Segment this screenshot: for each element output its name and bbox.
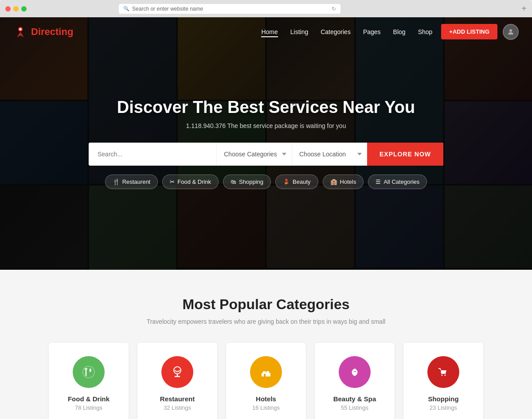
category-tags: 🍴 Restaurent ✂ Food & Drink 🛍 Shopping 💄…	[89, 175, 443, 189]
logo-text: Directing	[31, 26, 73, 38]
hotels-label: Hotels	[340, 178, 356, 185]
nav-shop[interactable]: Shop	[418, 28, 433, 35]
search-input[interactable]	[89, 143, 216, 166]
browser-dots	[5, 6, 27, 12]
beauty-card-name: Beauty & Spa	[324, 395, 386, 403]
tag-hotels[interactable]: 🏨 Hotels	[323, 175, 364, 189]
section-subtitle: Travelocity empowers travelers who are g…	[18, 318, 514, 325]
logo[interactable]: Directing	[13, 25, 73, 39]
restaurent-icon: 🍴	[113, 178, 120, 185]
beauty-icon: 💄	[283, 178, 290, 185]
logo-icon	[13, 25, 27, 39]
food-drink-circle-icon	[73, 356, 105, 388]
nav-home[interactable]: Home	[261, 28, 278, 37]
food-drink-label: Food & Drink	[177, 178, 211, 185]
beauty-card-count: 55 Listings	[324, 404, 386, 411]
minimize-dot[interactable]	[13, 6, 19, 12]
tag-all-categories[interactable]: ☰ All Categories	[368, 175, 427, 189]
tag-shopping[interactable]: 🛍 Shopping	[223, 175, 271, 189]
svg-point-13	[442, 375, 443, 376]
beauty-label: Beauty	[293, 178, 310, 185]
cat-card-beauty[interactable]: Beauty & Spa 55 Listings	[315, 343, 395, 419]
hotels-card-name: Hotels	[235, 395, 297, 403]
refresh-icon[interactable]: ↻	[332, 6, 336, 12]
hero-content: Discover The Best Services Near You 1.11…	[89, 98, 443, 189]
add-listing-button[interactable]: +ADD LISTING	[441, 24, 497, 39]
beauty-circle-icon	[339, 356, 371, 388]
logo-white-part: cting	[50, 26, 74, 37]
hotels-circle-icon	[250, 356, 282, 388]
shopping-card-name: Shopping	[412, 395, 474, 403]
hotels-card-count: 16 Listings	[235, 404, 297, 411]
restaurent-card-name: Restaurent	[146, 395, 208, 403]
browser-chrome: 🔍 Search or enter website name ↻ +	[0, 0, 532, 17]
hero-title: Discover The Best Services Near You	[89, 98, 443, 117]
close-dot[interactable]	[5, 6, 11, 12]
cat-card-food-drink[interactable]: Food & Drink 78 Listings	[49, 343, 129, 419]
all-categories-label: All Categories	[383, 178, 419, 185]
user-avatar[interactable]	[503, 24, 519, 40]
svg-point-2	[509, 29, 512, 32]
location-dropdown[interactable]: Choose Location New York Los Angeles Chi…	[292, 143, 367, 166]
popular-section: Most Popular Categories Travelocity empo…	[0, 270, 532, 419]
hero-section: Directing Home Listing Categories Pages …	[0, 17, 532, 270]
maximize-dot[interactable]	[21, 6, 27, 12]
explore-now-button[interactable]: EXPLORE NOW	[367, 143, 443, 166]
tag-food-drink[interactable]: ✂ Food & Drink	[162, 175, 219, 189]
svg-point-14	[445, 375, 446, 376]
cat-card-shopping[interactable]: Shopping 23 Listings	[403, 343, 483, 419]
hotels-icon: 🏨	[330, 178, 337, 185]
section-title: Most Popular Categories	[18, 296, 514, 313]
tag-restaurent[interactable]: 🍴 Restaurent	[105, 175, 158, 189]
restaurent-card-count: 32 Listings	[146, 404, 208, 411]
search-bar: Choose Categories Restaurent Food & Drin…	[89, 143, 443, 166]
categories-dropdown[interactable]: Choose Categories Restaurent Food & Drin…	[216, 143, 292, 166]
category-cards: Food & Drink 78 Listings Restaurent 32 L…	[18, 343, 514, 419]
website: Directing Home Listing Categories Pages …	[0, 17, 532, 419]
all-categories-icon: ☰	[376, 178, 381, 185]
nav-links: Home Listing Categories Pages Blog Shop	[261, 28, 432, 36]
browser-controls: 🔍 Search or enter website name ↻ +	[0, 4, 532, 17]
nav-categories[interactable]: Categories	[321, 28, 351, 35]
shopping-card-count: 23 Listings	[412, 404, 474, 411]
svg-point-12	[264, 372, 268, 374]
svg-point-3	[83, 366, 94, 378]
tag-beauty[interactable]: 💄 Beauty	[275, 175, 318, 189]
navbar: Directing Home Listing Categories Pages …	[0, 17, 532, 46]
address-bar[interactable]: 🔍 Search or enter website name ↻	[119, 4, 340, 14]
food-drink-card-name: Food & Drink	[58, 395, 120, 403]
hero-subtitle: 1.118.940.376 The best service package i…	[89, 122, 443, 129]
shopping-circle-icon	[427, 356, 459, 388]
food-drink-card-count: 78 Listings	[58, 404, 120, 411]
nav-listing[interactable]: Listing	[290, 28, 308, 35]
cat-card-restaurent[interactable]: Restaurent 32 Listings	[137, 343, 217, 419]
restaurent-label: Restaurent	[122, 178, 151, 185]
shopping-label: Shopping	[239, 178, 263, 185]
svg-point-1	[20, 28, 22, 30]
logo-red-part: Dire	[31, 26, 50, 37]
new-tab-button[interactable]: +	[521, 4, 527, 14]
shopping-icon: 🛍	[231, 178, 236, 185]
food-drink-icon: ✂	[170, 178, 175, 185]
cat-card-hotels[interactable]: Hotels 16 Listings	[226, 343, 306, 419]
nav-pages[interactable]: Pages	[363, 28, 381, 35]
restaurent-circle-icon	[161, 356, 193, 388]
address-text: Search or enter website name	[132, 6, 203, 12]
nav-blog[interactable]: Blog	[393, 28, 406, 35]
search-icon: 🔍	[123, 6, 129, 12]
svg-rect-11	[264, 374, 266, 376]
